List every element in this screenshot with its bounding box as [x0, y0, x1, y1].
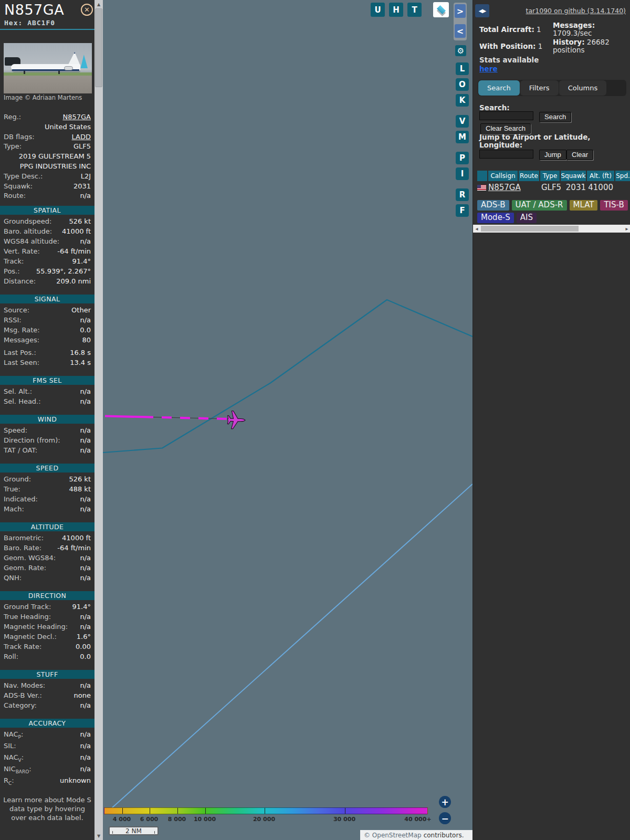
data-row: ADS-B Ver.:none [4, 691, 91, 701]
source-badge[interactable]: MLAT [570, 200, 598, 211]
registration-link[interactable]: N857GA [62, 113, 91, 123]
data-row: Sel. Alt.:n/a [4, 387, 91, 397]
map-button-l[interactable]: L [456, 62, 469, 75]
data-row: Geom. WGS84:n/a [4, 554, 91, 564]
zoom-in-button[interactable]: + [439, 796, 451, 808]
data-row: Baro. altitude:41000 ft [4, 227, 91, 237]
zoom-out-button[interactable]: − [439, 812, 451, 824]
section-header: STUFF [0, 670, 94, 679]
tar1090-github-link[interactable]: tar1090 on github (3.14.1740) [526, 7, 626, 15]
source-badge[interactable]: AIS [517, 213, 537, 223]
scroll-up-icon[interactable]: ▲ [94, 0, 103, 8]
data-row: Track Rate:0.00 [4, 643, 91, 653]
data-row: Distance:209.0 nmi [4, 277, 91, 287]
source-badge[interactable]: TIS-B [600, 200, 627, 211]
info-row-owner: PPG INDUSTRIES INC [4, 162, 91, 172]
tab-columns[interactable]: Columns [559, 80, 607, 96]
source-badge[interactable]: UAT / ADS-R [512, 200, 567, 211]
data-row: Last Pos.:16.8 s [4, 349, 91, 359]
legend-label-8000: 8 000 [161, 816, 193, 823]
column-header-callsign[interactable]: Callsign [488, 171, 518, 181]
section-accuracy: ACCURACY NACP:n/aSIL:n/aNACV:n/aNICBARO:… [0, 719, 94, 788]
panel-width-toggle-button[interactable]: ◀▶ [475, 4, 489, 17]
map-button-m[interactable]: M [456, 131, 469, 143]
map-button-i[interactable]: I [456, 167, 469, 180]
data-row: RSSI:n/a [4, 316, 91, 326]
map-button-t[interactable]: T [407, 3, 422, 17]
layers-button[interactable] [433, 2, 449, 17]
sidebar-sections: SPATIAL Groundspeed:526 ktBaro. altitude… [0, 206, 94, 822]
section-direction: DIRECTION Ground Track:91.4°True Heading… [0, 591, 94, 663]
settings-gear-icon[interactable]: ⚙ [455, 45, 466, 56]
map-canvas[interactable]: U H T > < ⚙ L O K V M P I R F 4 000 6 00… [103, 0, 472, 840]
legend-tick [205, 808, 206, 814]
section-header: ALTITUDE [0, 522, 94, 531]
map-button-h[interactable]: H [389, 3, 403, 17]
jump-label: Jump to Airport or Latitude, Longitude: [479, 133, 603, 149]
aircraft-row-alt: 41000 [587, 183, 613, 192]
tab-filters[interactable]: Filters [520, 80, 559, 96]
altitude-color-legend [104, 807, 428, 814]
us-flag-icon[interactable] [477, 185, 486, 191]
data-row: Magnetic Heading:n/a [4, 623, 91, 633]
scroll-down-icon[interactable]: ▼ [94, 832, 103, 840]
data-row: Pos.:55.939°, 2.267° [4, 267, 91, 277]
data-row: WGS84 altitude:n/a [4, 237, 91, 247]
map-button-r[interactable]: R [456, 188, 469, 201]
source-badge[interactable]: ADS-B [477, 200, 509, 211]
sidebar-scrollbar[interactable]: ▲ ▼ [94, 0, 103, 840]
total-aircraft-stat: Total Aircraft: 1 [479, 26, 541, 34]
openstreetmap-link[interactable]: © OpenStreetMap [364, 832, 422, 839]
legend-tick [177, 808, 178, 814]
jump-button[interactable]: Jump [539, 150, 566, 160]
aircraft-row-callsign[interactable]: N857GA [488, 183, 521, 192]
column-header-type[interactable]: Type [540, 171, 560, 181]
section-header: DIRECTION [0, 591, 94, 600]
close-icon[interactable]: ✕ [81, 4, 93, 16]
data-row: True Heading:n/a [4, 613, 91, 623]
aircraft-photo[interactable] [4, 43, 92, 93]
info-row-typedesc: Type Desc.: L2J [4, 172, 91, 182]
search-button[interactable]: Search [539, 112, 571, 122]
column-header-route[interactable]: Route [519, 171, 539, 181]
legend-tick [345, 808, 345, 814]
map-button-v[interactable]: V [456, 115, 469, 128]
legend-tick [150, 808, 150, 814]
section-header: SPEED [0, 464, 94, 472]
boundary-track-line [103, 300, 472, 453]
aircraft-list-panel: ◀▶ tar1090 on github (3.14.1740) Total A… [472, 0, 630, 840]
scroll-left-icon[interactable]: ◂ [473, 225, 480, 233]
panel-tabs: Search Filters Columns [478, 80, 626, 96]
db-flags-link[interactable]: LADD [72, 133, 91, 143]
stats-here-link[interactable]: here [479, 65, 498, 73]
source-badge[interactable]: Mode-S [477, 213, 514, 223]
column-header-squawk[interactable]: Squawk [561, 171, 586, 181]
scrollbar-thumb[interactable] [95, 8, 102, 87]
jump-input[interactable] [479, 150, 533, 159]
legend-label-40000: 40 000+ [402, 816, 434, 823]
scrollbar-thumb[interactable] [481, 226, 579, 232]
collapse-panel-button[interactable]: < [455, 24, 466, 38]
map-button-p[interactable]: P [456, 152, 469, 164]
source-type-badges-row2: Mode-SAIS [477, 212, 539, 223]
column-header-flag[interactable] [477, 171, 487, 181]
table-horizontal-scrollbar[interactable]: ◂ ▸ [473, 225, 630, 233]
data-row: Vert. Rate:-64 ft/min [4, 247, 91, 257]
map-button-f[interactable]: F [456, 204, 469, 217]
aircraft-icon[interactable] [227, 411, 245, 429]
aircraft-trail-solid [105, 416, 143, 417]
clear-search-button[interactable]: Clear Search [480, 123, 531, 134]
scroll-right-icon[interactable]: ▸ [623, 225, 630, 233]
tar1090-app: N857GA ✕ Hex: ABC1F0 Image © Adriaan Mar… [0, 0, 630, 840]
column-header-spd[interactable]: Spd. [615, 171, 630, 181]
column-header-alt[interactable]: Alt. (ft) [587, 171, 614, 181]
photo-credit: Image © Adriaan Martens [4, 94, 82, 101]
tab-search[interactable]: Search [478, 80, 520, 96]
map-button-o[interactable]: O [456, 78, 469, 91]
expand-panel-button[interactable]: > [455, 4, 466, 18]
jump-clear-button[interactable]: Clear [566, 150, 593, 160]
map-button-k[interactable]: K [456, 94, 469, 107]
search-input[interactable] [479, 111, 533, 120]
photo-tarmac [4, 76, 92, 93]
map-button-u[interactable]: U [371, 3, 385, 17]
